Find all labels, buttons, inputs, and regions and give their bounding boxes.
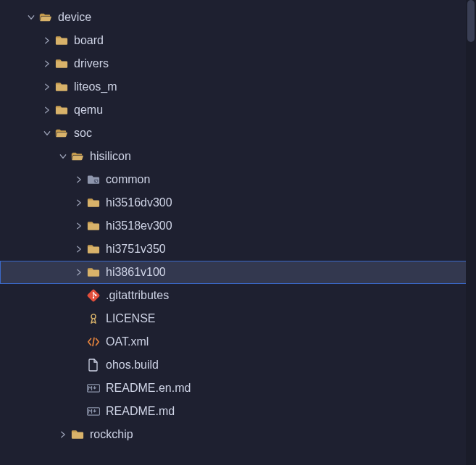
chevron-right-icon[interactable] [74,175,84,185]
tree-item-label: device [58,6,91,29]
chevron-right-icon[interactable] [74,244,84,254]
folder-open-icon [55,127,68,140]
scrollbar-track[interactable] [466,0,476,465]
tree-item-label: hisilicon [90,145,131,168]
tree-item-label: board [74,29,104,52]
tree-row[interactable]: device [0,6,476,29]
chevron-right-icon[interactable] [58,430,68,440]
svg-point-5 [91,314,96,319]
tree-row[interactable]: qemu [0,99,476,122]
tree-item-label: README.md [106,400,175,423]
tree-item-label: .gitattributes [106,284,169,307]
chevron-down-icon[interactable] [42,128,52,138]
svg-rect-6 [88,385,100,392]
tree-item-label: hi3518ev300 [106,214,172,238]
folder-open-icon [71,150,84,163]
chevron-right-icon[interactable] [42,105,52,115]
folder-icon [87,219,100,232]
tree-item-label: hi3516dv300 [106,191,172,214]
chevron-right-icon[interactable] [74,198,84,208]
svg-rect-7 [88,408,100,415]
folder-icon [87,243,100,256]
tree-row[interactable]: board [0,29,476,52]
md-icon [87,382,100,395]
tree-row[interactable]: .gitattributes [0,284,476,307]
license-icon [87,312,100,325]
folder-special-icon [87,173,100,186]
file-icon [87,359,100,372]
tree-row[interactable]: hisilicon [0,145,476,168]
tree-item-label: OAT.xml [106,330,149,353]
folder-icon [55,57,68,70]
tree-item-label: hi3861v100 [106,261,166,284]
folder-open-icon [39,11,52,24]
md-icon [87,405,100,418]
tree-row[interactable]: liteos_m [0,75,476,99]
folder-icon [55,34,68,47]
tree-item-label: liteos_m [74,75,117,99]
folder-icon [55,80,68,93]
chevron-right-icon[interactable] [74,267,84,277]
tree-item-label: ohos.build [106,353,159,377]
tree-item-label: LICENSE [106,307,155,330]
tree-row[interactable]: drivers [0,52,476,75]
chevron-down-icon[interactable] [26,12,36,22]
git-icon [87,289,100,302]
chevron-right-icon[interactable] [74,221,84,231]
file-tree: deviceboarddriversliteos_mqemusochisilic… [0,0,476,446]
svg-point-2 [93,292,94,293]
svg-point-3 [93,297,94,298]
tree-item-label: drivers [74,52,109,75]
tree-row[interactable]: hi3518ev300 [0,214,476,238]
tree-row[interactable]: hi3861v100 [0,261,476,284]
folder-icon [55,104,68,117]
folder-icon [87,266,100,279]
xml-icon [87,335,100,348]
tree-row[interactable]: rockchip [0,423,476,446]
tree-row[interactable]: README.md [0,400,476,423]
tree-row[interactable]: LICENSE [0,307,476,330]
tree-row[interactable]: hi3751v350 [0,238,476,261]
tree-item-label: hi3751v350 [106,238,166,261]
tree-row[interactable]: OAT.xml [0,330,476,353]
chevron-right-icon[interactable] [42,35,52,46]
folder-icon [87,196,100,209]
tree-row[interactable]: hi3516dv300 [0,191,476,214]
tree-item-label: README.en.md [106,377,191,400]
tree-row[interactable]: common [0,168,476,191]
tree-item-label: rockchip [90,423,133,446]
tree-item-label: qemu [74,99,103,122]
tree-item-label: common [106,168,150,191]
tree-row[interactable]: ohos.build [0,353,476,377]
chevron-right-icon[interactable] [42,82,52,92]
scrollbar-thumb[interactable] [467,0,475,42]
tree-item-label: soc [74,122,92,145]
folder-icon [71,428,84,441]
chevron-right-icon[interactable] [42,59,52,69]
tree-row[interactable]: soc [0,122,476,145]
tree-row[interactable]: README.en.md [0,377,476,400]
chevron-down-icon[interactable] [58,151,68,162]
